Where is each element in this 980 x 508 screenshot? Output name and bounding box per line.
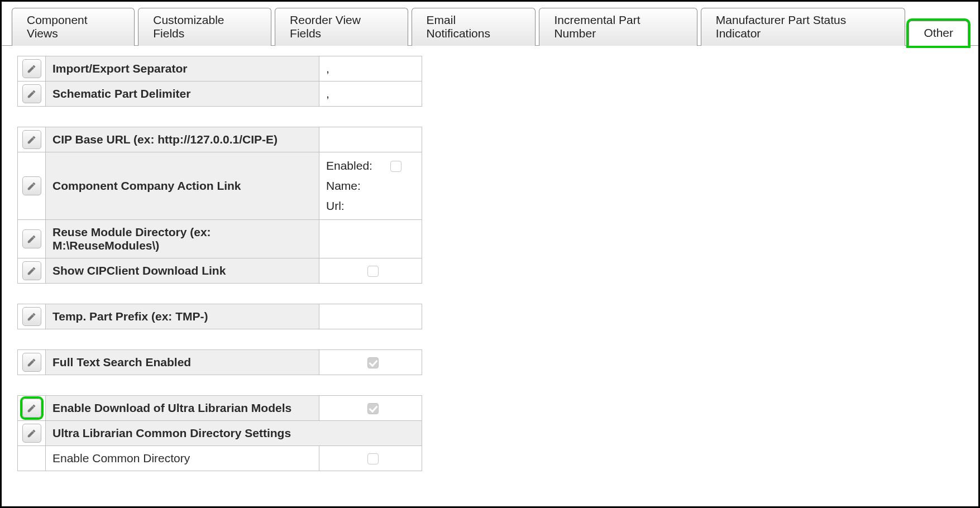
pencil-icon bbox=[27, 266, 36, 276]
edit-button[interactable] bbox=[22, 307, 41, 326]
pencil-icon bbox=[27, 404, 36, 413]
setting-row-component-company-action-link: Component Company Action Link Enabled: N… bbox=[18, 152, 422, 220]
setting-row-cip-base-url: CIP Base URL (ex: http://127.0.0.1/CIP-E… bbox=[18, 127, 422, 152]
pencil-icon bbox=[27, 429, 36, 438]
setting-row-enable-download-ultra-librarian-models: Enable Download of Ultra Librarian Model… bbox=[18, 396, 422, 421]
setting-value bbox=[319, 446, 422, 471]
setting-row-ultra-librarian-common-directory-settings: Ultra Librarian Common Directory Setting… bbox=[18, 421, 422, 446]
tab-manufacturer-part-status-indicator[interactable]: Manufacturer Part Status Indicator bbox=[701, 8, 906, 46]
setting-label: Component Company Action Link bbox=[46, 152, 319, 220]
edit-button[interactable] bbox=[22, 176, 41, 195]
setting-value: , bbox=[319, 56, 422, 82]
tab-component-views[interactable]: Component Views bbox=[12, 8, 135, 46]
tab-reorder-view-fields[interactable]: Reorder View Fields bbox=[275, 8, 408, 46]
pencil-icon bbox=[27, 312, 36, 322]
edit-button[interactable] bbox=[22, 229, 41, 248]
other-settings-pane: Import/Export Separator , Schematic Part… bbox=[2, 46, 978, 481]
setting-row-enable-common-directory: Enable Common Directory bbox=[18, 446, 422, 471]
edit-button[interactable] bbox=[22, 59, 41, 78]
setting-value bbox=[319, 258, 422, 284]
setting-label: CIP Base URL (ex: http://127.0.0.1/CIP-E… bbox=[46, 127, 319, 152]
pencil-icon bbox=[27, 89, 36, 99]
settings-group-search: Full Text Search Enabled bbox=[17, 349, 422, 375]
edit-button[interactable] bbox=[22, 399, 41, 418]
setting-row-schematic-part-delimiter: Schematic Part Delimiter , bbox=[18, 82, 422, 107]
settings-group-ultra-librarian: Enable Download of Ultra Librarian Model… bbox=[17, 395, 422, 471]
setting-label: Schematic Part Delimiter bbox=[46, 82, 319, 107]
setting-value bbox=[319, 220, 422, 258]
pencil-icon bbox=[27, 64, 36, 74]
setting-value bbox=[319, 396, 422, 421]
tab-incremental-part-number[interactable]: Incremental Part Number bbox=[539, 8, 697, 46]
checkbox bbox=[367, 403, 379, 414]
setting-row-temp-part-prefix: Temp. Part Prefix (ex: TMP-) bbox=[18, 304, 422, 329]
edit-button[interactable] bbox=[22, 84, 41, 103]
edit-button[interactable] bbox=[22, 261, 41, 280]
settings-group-temp-part: Temp. Part Prefix (ex: TMP-) bbox=[17, 304, 422, 329]
setting-label: Show CIPClient Download Link bbox=[46, 258, 319, 284]
settings-group-cip: CIP Base URL (ex: http://127.0.0.1/CIP-E… bbox=[17, 127, 422, 284]
edit-button[interactable] bbox=[22, 424, 41, 443]
url-label: Url: bbox=[326, 199, 345, 212]
pencil-icon bbox=[27, 358, 36, 367]
setting-label: Enable Download of Ultra Librarian Model… bbox=[46, 396, 319, 421]
setting-label: Temp. Part Prefix (ex: TMP-) bbox=[46, 304, 319, 329]
pencil-icon bbox=[27, 181, 36, 191]
setting-row-show-cipclient-download-link: Show CIPClient Download Link bbox=[18, 258, 422, 284]
tab-email-notifications[interactable]: Email Notifications bbox=[412, 8, 536, 46]
tab-other[interactable]: Other bbox=[909, 21, 968, 46]
checkbox bbox=[367, 357, 379, 368]
setting-label: Full Text Search Enabled bbox=[46, 350, 319, 375]
setting-row-full-text-search-enabled: Full Text Search Enabled bbox=[18, 350, 422, 375]
setting-value bbox=[319, 304, 422, 329]
setting-label: Import/Export Separator bbox=[46, 56, 319, 82]
checkbox bbox=[367, 453, 379, 464]
setting-value bbox=[319, 127, 422, 152]
setting-row-import-export-separator: Import/Export Separator , bbox=[18, 56, 422, 82]
name-label: Name: bbox=[326, 179, 361, 192]
tabs-bar: Component Views Customizable Fields Reor… bbox=[2, 2, 978, 46]
checkbox bbox=[367, 266, 379, 277]
edit-button[interactable] bbox=[22, 353, 41, 372]
setting-value: , bbox=[319, 82, 422, 107]
pencil-icon bbox=[27, 234, 36, 244]
setting-label: Enable Common Directory bbox=[46, 446, 319, 471]
edit-button[interactable] bbox=[22, 130, 41, 149]
setting-value bbox=[319, 350, 422, 375]
setting-value: Enabled: Name: Url: bbox=[319, 152, 422, 220]
enabled-checkbox bbox=[390, 161, 401, 172]
setting-label: Ultra Librarian Common Directory Setting… bbox=[46, 421, 422, 446]
settings-group-separators: Import/Export Separator , Schematic Part… bbox=[17, 56, 422, 107]
pencil-icon bbox=[27, 135, 36, 145]
enabled-label: Enabled: bbox=[326, 159, 372, 172]
setting-row-reuse-module-directory: Reuse Module Directory (ex: M:\ReuseModu… bbox=[18, 220, 422, 258]
setting-label: Reuse Module Directory (ex: M:\ReuseModu… bbox=[46, 220, 319, 258]
tab-customizable-fields[interactable]: Customizable Fields bbox=[138, 8, 271, 46]
